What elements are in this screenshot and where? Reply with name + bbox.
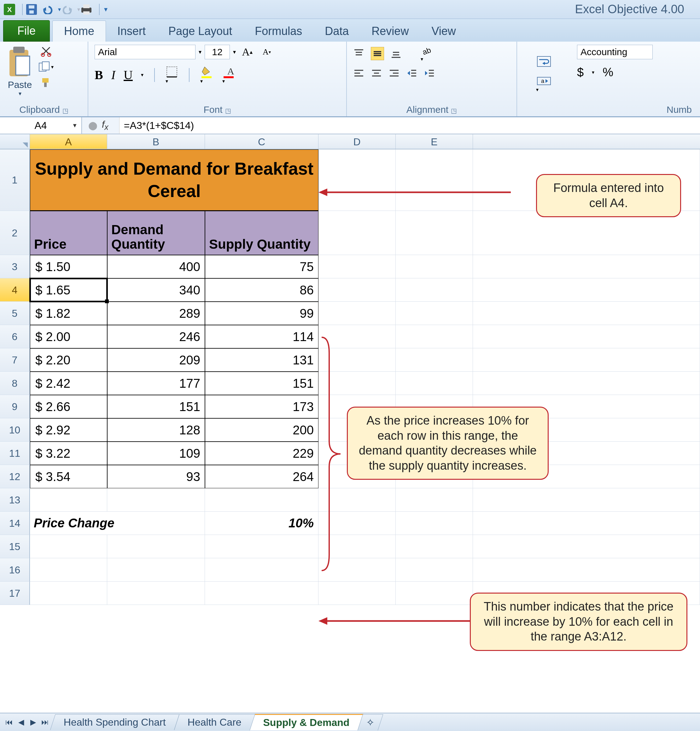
align-center-icon[interactable] — [371, 68, 382, 78]
row-10-header[interactable]: 10 — [0, 418, 30, 442]
borders-icon[interactable]: ▾ — [166, 66, 178, 84]
cell-B4[interactable]: 340 — [107, 278, 205, 302]
cell-A1-title[interactable]: Supply and Demand for Breakfast Cereal — [30, 150, 318, 211]
row-3-header[interactable]: 3 — [0, 255, 30, 278]
cell-D15[interactable] — [318, 535, 396, 558]
row-6-header[interactable]: 6 — [0, 325, 30, 348]
cell-E13[interactable] — [396, 488, 473, 512]
align-top-icon[interactable] — [353, 48, 365, 59]
col-D-header[interactable]: D — [318, 134, 396, 149]
cell-C2[interactable]: Supply Quantity — [205, 211, 318, 255]
decrease-indent-icon[interactable] — [406, 68, 418, 78]
print-icon[interactable] — [80, 3, 93, 16]
row-14-header[interactable]: 14 — [0, 512, 30, 535]
name-box[interactable]: A4 — [0, 117, 82, 134]
orientation-icon[interactable]: ab▾ — [421, 45, 433, 62]
cell-A2[interactable]: Price — [30, 211, 107, 255]
cell-C9[interactable]: 173 — [205, 395, 318, 418]
cell-B15[interactable] — [107, 535, 205, 558]
qat-customize-icon[interactable]: ▾ — [104, 5, 107, 13]
cell-B10[interactable]: 128 — [107, 418, 205, 442]
cell-F15[interactable] — [473, 535, 700, 558]
cell-F5[interactable] — [473, 302, 700, 325]
cell-F6[interactable] — [473, 325, 700, 348]
row-8-header[interactable]: 8 — [0, 371, 30, 395]
alignment-launcher-icon[interactable]: ◳ — [449, 107, 457, 114]
cell-E17[interactable] — [396, 581, 473, 605]
row-2-header[interactable]: 2 — [0, 211, 30, 255]
col-B-header[interactable]: B — [107, 134, 205, 149]
undo-icon[interactable] — [42, 3, 54, 16]
tab-page-layout[interactable]: Page Layout — [157, 21, 243, 42]
cell-A14[interactable]: Price Change — [30, 512, 205, 535]
cell-E15[interactable] — [396, 535, 473, 558]
cell-C5[interactable]: 99 — [205, 302, 318, 325]
row-11-header[interactable]: 11 — [0, 442, 30, 465]
merge-center-icon[interactable]: a▾ — [536, 75, 552, 92]
cell-A13[interactable] — [30, 488, 107, 512]
row-9-header[interactable]: 9 — [0, 395, 30, 418]
select-all-corner[interactable] — [0, 134, 30, 149]
italic-button[interactable]: I — [111, 68, 115, 82]
tab-view[interactable]: View — [420, 21, 467, 42]
bold-button[interactable]: B — [95, 68, 103, 82]
cell-C4[interactable]: 86 — [205, 278, 318, 302]
number-format-select[interactable] — [577, 45, 653, 59]
row-17-header[interactable]: 17 — [0, 581, 30, 605]
cell-C6[interactable]: 114 — [205, 325, 318, 348]
redo-icon[interactable] — [61, 3, 74, 16]
cell-C10[interactable]: 200 — [205, 418, 318, 442]
cell-B9[interactable]: 151 — [107, 395, 205, 418]
fill-color-icon[interactable]: ▾ — [200, 66, 214, 84]
font-size-select[interactable] — [204, 45, 230, 59]
col-E-header[interactable]: E — [396, 134, 473, 149]
underline-button[interactable]: U — [124, 68, 133, 82]
copy-icon[interactable]: ▾ — [38, 60, 54, 73]
cell-A3[interactable]: $ 1.50 — [30, 255, 107, 278]
sheet-tab-1[interactable]: Health Spending Chart — [50, 714, 179, 730]
row-5-header[interactable]: 5 — [0, 302, 30, 325]
cell-F14[interactable] — [473, 512, 700, 535]
cell-D4[interactable] — [318, 278, 396, 302]
cell-D16[interactable] — [318, 558, 396, 581]
col-rest-header[interactable] — [473, 134, 700, 149]
save-icon[interactable] — [25, 3, 38, 16]
cell-F3[interactable] — [473, 255, 700, 278]
undo-dropdown-icon[interactable]: ▾ — [58, 6, 61, 13]
sheet-tab-2[interactable]: Health Care — [174, 714, 255, 730]
cell-E4[interactable] — [396, 278, 473, 302]
cell-A4[interactable]: $ 1.65 — [30, 278, 107, 302]
cell-A10[interactable]: $ 2.92 — [30, 418, 107, 442]
cell-C8[interactable]: 151 — [205, 371, 318, 395]
cell-E6[interactable] — [396, 325, 473, 348]
fx-icon[interactable]: fx — [97, 119, 113, 132]
cell-E14[interactable] — [396, 512, 473, 535]
sheet-nav-next-icon[interactable]: ▶ — [27, 718, 39, 727]
cell-B7[interactable]: 209 — [107, 348, 205, 371]
cell-C13[interactable] — [205, 488, 318, 512]
cell-D6[interactable] — [318, 325, 396, 348]
tab-data[interactable]: Data — [313, 21, 360, 42]
file-tab[interactable]: File — [3, 20, 50, 42]
align-bottom-icon[interactable] — [390, 48, 402, 59]
cell-A17[interactable] — [30, 581, 107, 605]
font-color-icon[interactable]: A▾ — [222, 66, 236, 84]
cell-C3[interactable]: 75 — [205, 255, 318, 278]
cell-B13[interactable] — [107, 488, 205, 512]
grow-font-icon[interactable]: A▴ — [239, 46, 255, 58]
font-name-select[interactable] — [95, 45, 196, 59]
sheet-nav-prev-icon[interactable]: ◀ — [15, 718, 27, 727]
row-16-header[interactable]: 16 — [0, 558, 30, 581]
cell-B8[interactable]: 177 — [107, 371, 205, 395]
cell-D8[interactable] — [318, 371, 396, 395]
redo-dropdown-icon[interactable]: ▾ — [77, 6, 80, 13]
cell-B11[interactable]: 109 — [107, 442, 205, 465]
cell-D14[interactable] — [318, 512, 396, 535]
cell-F2[interactable] — [473, 211, 700, 255]
row-4-header[interactable]: 4 — [0, 278, 30, 302]
cell-E2[interactable] — [396, 211, 473, 255]
cell-E1[interactable] — [396, 150, 473, 211]
cut-icon[interactable] — [38, 45, 54, 57]
cell-B12[interactable]: 93 — [107, 465, 205, 488]
col-C-header[interactable]: C — [205, 134, 318, 149]
